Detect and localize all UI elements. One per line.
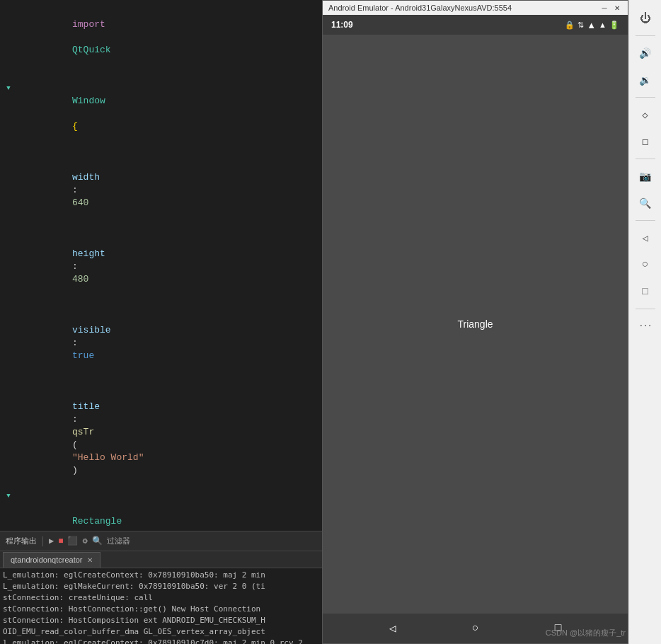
settings-icon[interactable]: ⚙ [82,536,87,546]
triangle-text: Triangle [457,318,493,330]
home-nav-btn[interactable]: ○ [472,622,479,635]
code-line-blank [0,69,322,82]
status-icons: 🔒 ⇅ ▲ ▲ 🔋 [565,20,619,30]
log-line: l_emulation: eglCreateContext: 0x7891091… [3,638,319,644]
log-line: L_emulation: eglMakeCurrent: 0x78910910b… [3,581,319,592]
status-time: 11:09 [331,20,353,30]
sync-icon: ⇅ [577,21,584,30]
camera-btn[interactable]: 📷 [633,163,658,189]
emulator-titlebar: Android Emulator - Android31GalaxyNexusA… [323,1,628,15]
run-icon[interactable]: ▶ [49,536,54,546]
code-line-width: width : 640 [0,146,322,222]
log-line: stConnection: HostConnection::get() New … [3,604,319,615]
tab-bar: qtandroidonqtcreator ✕ [0,551,322,568]
close-btn[interactable]: ✕ [612,3,622,13]
rotate-btn[interactable]: ◇ [633,102,658,127]
volume-up-btn[interactable]: 🔊 [633,40,658,66]
log-line: stConnection: createUnique: call [3,592,319,604]
code-line-window: ▼ Window { [0,82,322,146]
code-line-title: title : qsTr ( "Hello World" ) [0,375,322,490]
code-line-height: height : 480 [0,222,322,299]
code-line-visible: visible : true [0,299,322,375]
emulator-sidebar: ⏻ 🔊 🔉 ◇ ◻ 📷 🔍 ◁ ○ □ ··· [628,0,661,644]
wifi-icon: ▲ [587,20,596,30]
gutter-collapse-1: ▼ [3,82,14,95]
erase-btn[interactable]: ◻ [633,129,658,154]
stop-icon[interactable]: ■ [58,536,63,546]
log-tab[interactable]: qtandroidonqtcreator ✕ [3,552,100,568]
filter-label[interactable]: 过滤器 [107,536,130,546]
output-label: 程序输出 [6,536,37,546]
log-line: L_emulation: eglCreateContext: 0x7891091… [3,570,319,581]
volume-down-btn[interactable]: 🔉 [633,67,658,93]
zoom-btn[interactable]: 🔍 [633,190,658,216]
emulator-title: Android Emulator - Android31GalaxyNexusA… [328,4,512,12]
code-line-rect: ▼ Rectangle { [0,490,322,531]
code-editor: import QtQuick ▼ Window { [0,0,322,531]
emulator-screen: 11:09 🔒 ⇅ ▲ ▲ 🔋 Triangle ◁ ○ □ [323,15,628,643]
code-line-1: import QtQuick [0,6,322,69]
debug-icon[interactable]: ⬛ [67,536,78,546]
log-line: OID_EMU_read_color_buffer_dma GL_OES_ver… [3,626,319,638]
search-icon[interactable]: 🔍 [92,536,103,546]
status-bar: 11:09 🔒 ⇅ ▲ ▲ 🔋 [323,15,628,35]
emulator-content: Triangle [323,35,628,614]
square-hw-btn[interactable]: □ [633,279,658,304]
win-controls: ─ ✕ [599,3,622,13]
log-output: L_emulation: eglCreateContext: 0x7891091… [0,568,322,644]
tab-label: qtandroidonqtcreator [11,556,83,564]
back-nav-btn[interactable]: ◁ [389,621,396,636]
bottom-panel: 程序输出 ▶ ■ ⬛ ⚙ 🔍 过滤器 qtandroidonqtcreator … [0,531,322,644]
watermark: CSDN @以猪的瘦子_tr [546,628,626,638]
power-btn[interactable]: ⏻ [633,6,658,31]
lock-icon: 🔒 [565,21,575,30]
sidebar-divider-1 [636,35,655,36]
sidebar-divider-2 [636,97,655,98]
tab-close-btn[interactable]: ✕ [87,556,93,564]
sidebar-divider-5 [636,309,655,309]
back-hw-btn[interactable]: ◁ [633,225,658,251]
sidebar-divider-4 [636,220,655,221]
battery-icon: 🔋 [609,21,619,30]
watermark-text: CSDN @以猪的瘦子_tr [546,628,626,637]
log-line: stConnection: HostComposition ext ANDROI… [3,615,319,626]
gutter-collapse-2: ▼ [3,490,14,502]
signal-icon: ▲ [599,21,607,29]
output-toolbar: 程序输出 ▶ ■ ⬛ ⚙ 🔍 过滤器 [0,531,322,551]
emulator-window: Android Emulator - Android31GalaxyNexusA… [322,0,628,644]
sidebar-divider-3 [636,159,655,159]
more-btn[interactable]: ··· [633,314,658,339]
emulator-panel: Android Emulator - Android31GalaxyNexusA… [322,0,661,644]
home-hw-btn[interactable]: ○ [633,252,658,277]
minimize-btn[interactable]: ─ [599,3,609,13]
